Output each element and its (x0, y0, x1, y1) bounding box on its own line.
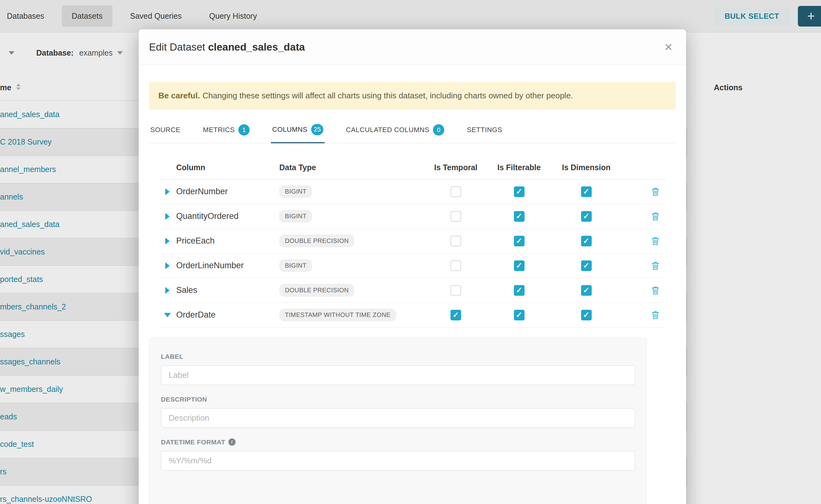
data-type-badge: BIGINT (279, 185, 312, 198)
is-dimension-checkbox[interactable]: ✓ (581, 236, 592, 246)
is-dimension-checkbox[interactable]: ✓ (581, 260, 592, 271)
delete-column-icon[interactable] (651, 261, 660, 270)
delete-column-icon[interactable] (651, 212, 660, 221)
data-type-badge: BIGINT (279, 210, 312, 223)
delete-column-icon[interactable] (651, 187, 660, 196)
is-filterable-checkbox[interactable]: ✓ (514, 260, 525, 271)
columns-table-rows: OrderNumberBIGINT✓✓QuantityOrderedBIGINT… (159, 180, 666, 328)
description-input[interactable] (161, 408, 635, 428)
datetime-format-field-label: DATETIME FORMAT (161, 438, 225, 446)
expand-caret-icon[interactable] (165, 287, 170, 294)
label-field: LABEL (161, 353, 635, 385)
data-type-cell: BIGINT (279, 185, 426, 198)
data-type-badge: DOUBLE PRECISION (279, 284, 354, 297)
is-temporal-checkbox[interactable] (451, 285, 461, 296)
is-filterable-checkbox[interactable]: ✓ (514, 310, 525, 320)
description-field: DESCRIPTION (161, 396, 635, 428)
tab-label: SOURCE (150, 126, 180, 134)
column-header: Is Dimension (562, 163, 611, 172)
modal-tabs: SOURCEMETRICS1COLUMNS25CALCULATED COLUMN… (149, 124, 676, 143)
is-filterable-checkbox[interactable]: ✓ (514, 285, 525, 296)
tab-label: CALCULATED COLUMNS (346, 126, 429, 134)
tab-calculated-columns[interactable]: CALCULATED COLUMNS0 (344, 124, 446, 143)
tab-count-badge: 1 (238, 124, 250, 136)
label-field-label: LABEL (161, 353, 635, 360)
data-type-cell: DOUBLE PRECISION (279, 235, 426, 247)
column-header: Data Type (279, 163, 426, 172)
table-row: OrderLineNumberBIGINT✓✓ (159, 254, 666, 278)
is-filterable-checkbox[interactable]: ✓ (514, 211, 525, 222)
warning-banner-bold: Be careful. (158, 91, 200, 100)
tab-count-badge: 25 (311, 124, 323, 135)
data-type-badge: TIMESTAMP WITHOUT TIME ZONE (279, 309, 396, 321)
columns-table-header: ColumnData TypeIs TemporalIs FilterableI… (159, 156, 666, 180)
is-temporal-checkbox[interactable] (451, 211, 461, 222)
tab-metrics[interactable]: METRICS1 (202, 124, 251, 143)
data-type-badge: DOUBLE PRECISION (279, 235, 354, 247)
tab-label: METRICS (203, 126, 235, 134)
expand-caret-icon[interactable] (165, 262, 170, 269)
column-editor-panel: LABEL DESCRIPTION DATETIME FORMAT i (149, 338, 647, 504)
label-input[interactable] (161, 365, 635, 385)
is-temporal-checkbox[interactable]: ✓ (451, 310, 461, 320)
is-dimension-checkbox[interactable]: ✓ (581, 285, 592, 296)
data-type-cell: TIMESTAMP WITHOUT TIME ZONE (279, 309, 426, 321)
column-name: Sales (176, 285, 279, 295)
tab-count-badge: 0 (433, 124, 444, 136)
tab-settings[interactable]: SETTINGS (466, 124, 503, 143)
table-row: QuantityOrderedBIGINT✓✓ (159, 204, 666, 229)
table-row: SalesDOUBLE PRECISION✓✓ (159, 278, 666, 303)
warning-banner: Be careful.Changing these settings will … (149, 82, 676, 110)
table-row: PriceEachDOUBLE PRECISION✓✓ (159, 229, 666, 254)
delete-column-icon[interactable] (651, 286, 660, 295)
delete-column-icon[interactable] (651, 236, 660, 246)
expand-caret-icon[interactable] (165, 188, 170, 195)
column-header: Column (176, 163, 279, 172)
is-dimension-checkbox[interactable]: ✓ (581, 310, 592, 320)
column-name: OrderNumber (176, 187, 279, 196)
close-icon[interactable]: ✕ (664, 42, 673, 52)
tab-columns[interactable]: COLUMNS25 (271, 124, 324, 143)
datetime-format-field: DATETIME FORMAT i (161, 438, 635, 471)
edit-dataset-modal: Edit Dataset cleaned_sales_data ✕ Be car… (139, 29, 686, 504)
tab-label: COLUMNS (272, 126, 307, 134)
modal-title-prefix: Edit Dataset (149, 41, 205, 53)
collapse-caret-icon[interactable] (164, 313, 171, 317)
data-type-badge: BIGINT (279, 259, 312, 272)
delete-column-icon[interactable] (651, 310, 660, 320)
tab-label: SETTINGS (467, 126, 502, 134)
column-name: QuantityOrdered (176, 211, 279, 221)
column-name: OrderDate (176, 310, 279, 320)
data-type-cell: BIGINT (279, 259, 426, 272)
is-filterable-checkbox[interactable]: ✓ (514, 236, 525, 246)
column-header: Is Temporal (434, 163, 477, 172)
expand-caret-icon[interactable] (165, 213, 170, 220)
modal-title: Edit Dataset cleaned_sales_data (149, 41, 305, 53)
column-header: Is Filterable (497, 163, 541, 172)
data-type-cell: BIGINT (279, 210, 426, 223)
table-row: OrderNumberBIGINT✓✓ (159, 180, 666, 204)
is-temporal-checkbox[interactable] (451, 236, 461, 246)
modal-body: Be careful.Changing these settings will … (139, 82, 686, 504)
datetime-format-input[interactable] (161, 451, 635, 471)
description-field-label: DESCRIPTION (161, 396, 635, 403)
column-name: OrderLineNumber (176, 261, 279, 270)
is-temporal-checkbox[interactable] (451, 260, 461, 271)
data-type-cell: DOUBLE PRECISION (279, 284, 426, 297)
warning-banner-text: Changing these settings will affect all … (202, 91, 573, 100)
is-temporal-checkbox[interactable] (451, 186, 461, 197)
columns-table: ColumnData TypeIs TemporalIs FilterableI… (159, 156, 666, 328)
is-dimension-checkbox[interactable]: ✓ (581, 211, 592, 222)
column-name: PriceEach (176, 236, 279, 246)
info-icon[interactable]: i (228, 438, 235, 446)
table-row: OrderDateTIMESTAMP WITHOUT TIME ZONE✓✓✓ (159, 303, 666, 328)
tab-source[interactable]: SOURCE (149, 124, 182, 143)
is-dimension-checkbox[interactable]: ✓ (581, 186, 592, 197)
modal-header: Edit Dataset cleaned_sales_data ✕ (139, 29, 686, 65)
is-filterable-checkbox[interactable]: ✓ (514, 186, 525, 197)
expand-caret-icon[interactable] (165, 238, 170, 245)
modal-title-dataset-name: cleaned_sales_data (208, 41, 305, 53)
